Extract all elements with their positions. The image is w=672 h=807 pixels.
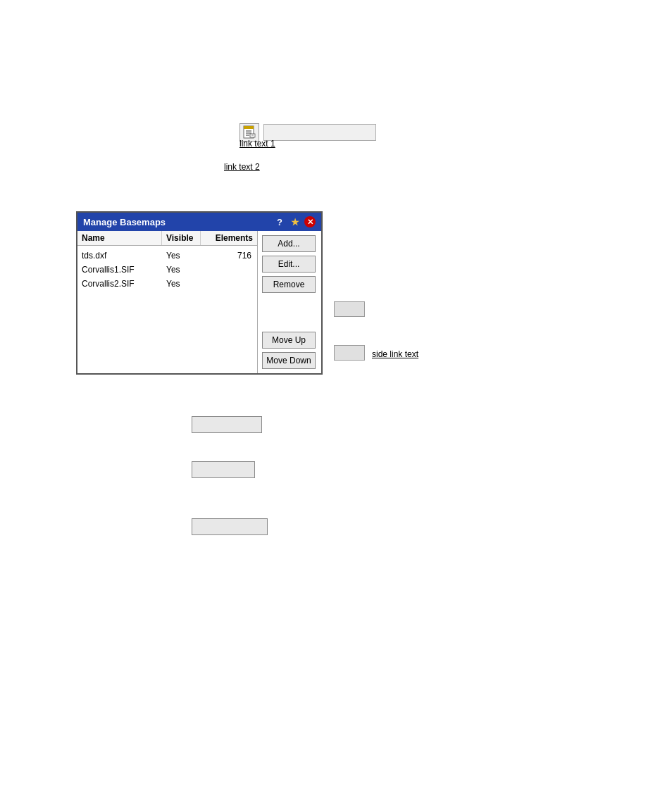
list-header: Name Visible Elements bbox=[77, 231, 257, 246]
svg-rect-5 bbox=[250, 134, 255, 137]
table-row[interactable]: Corvallis1.SIF Yes bbox=[77, 263, 257, 277]
row-0-elements: 716 bbox=[201, 251, 257, 261]
dialog-titlebar: Manage Basemaps ? ★ ✕ bbox=[77, 213, 321, 231]
bottom-button-2[interactable] bbox=[192, 461, 255, 478]
col-header-name: Name bbox=[77, 231, 162, 245]
dialog-action-buttons: Add... Edit... Remove Move Up Move Down bbox=[258, 231, 321, 373]
col-header-elements: Elements bbox=[201, 231, 257, 245]
top-link-2[interactable]: link text 2 bbox=[224, 162, 260, 172]
dialog-body: Name Visible Elements tds.dxf Yes 716 Co… bbox=[77, 231, 321, 373]
row-2-name: Corvallis2.SIF bbox=[77, 279, 162, 289]
top-link-1[interactable]: link text 1 bbox=[239, 139, 275, 149]
add-button[interactable]: Add... bbox=[262, 235, 316, 252]
toolbar-input[interactable] bbox=[263, 124, 376, 141]
edit-button[interactable]: Edit... bbox=[262, 256, 316, 273]
dialog-title-icons: ? ★ ✕ bbox=[273, 215, 316, 228]
dialog-title: Manage Basemaps bbox=[83, 217, 166, 227]
row-0-visible: Yes bbox=[162, 251, 201, 261]
close-button[interactable]: ✕ bbox=[304, 216, 316, 227]
basemaps-list-area: Name Visible Elements tds.dxf Yes 716 Co… bbox=[77, 231, 258, 373]
bottom-button-1[interactable] bbox=[192, 416, 262, 433]
table-row[interactable]: Corvallis2.SIF Yes bbox=[77, 277, 257, 291]
svg-rect-1 bbox=[244, 126, 254, 129]
manage-basemaps-dialog: Manage Basemaps ? ★ ✕ Name Visible Eleme… bbox=[76, 211, 323, 375]
move-up-button[interactable]: Move Up bbox=[262, 332, 316, 349]
row-0-name: tds.dxf bbox=[77, 251, 162, 261]
basemaps-rows: tds.dxf Yes 716 Corvallis1.SIF Yes Corva… bbox=[77, 246, 257, 294]
row-1-name: Corvallis1.SIF bbox=[77, 265, 162, 275]
help-icon[interactable]: ? bbox=[273, 215, 286, 228]
remove-button[interactable]: Remove bbox=[262, 276, 316, 293]
bottom-button-3[interactable] bbox=[192, 518, 268, 535]
move-down-button[interactable]: Move Down bbox=[262, 352, 316, 369]
col-header-visible: Visible bbox=[162, 231, 201, 245]
star-icon[interactable]: ★ bbox=[289, 215, 301, 228]
row-2-visible: Yes bbox=[162, 279, 201, 289]
side-button-1[interactable] bbox=[334, 301, 365, 317]
side-button-2[interactable] bbox=[334, 345, 365, 361]
row-1-visible: Yes bbox=[162, 265, 201, 275]
table-row[interactable]: tds.dxf Yes 716 bbox=[77, 249, 257, 263]
side-link[interactable]: side link text bbox=[372, 349, 418, 359]
